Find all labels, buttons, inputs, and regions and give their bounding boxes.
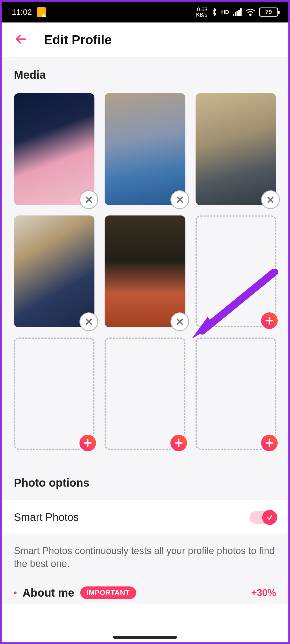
photo-slot-empty[interactable] <box>14 338 94 450</box>
svg-rect-4 <box>240 8 242 16</box>
battery-icon: 79 <box>259 7 278 17</box>
hd-icon: HD <box>221 9 229 15</box>
home-indicator[interactable] <box>113 636 177 639</box>
about-me-title: About me <box>22 586 74 599</box>
close-icon <box>175 317 184 326</box>
page-title: Edit Profile <box>44 32 112 47</box>
bluetooth-icon <box>211 7 218 17</box>
close-icon <box>266 195 275 204</box>
wifi-icon <box>246 8 255 16</box>
add-photo-button[interactable] <box>260 311 279 330</box>
boost-percent: +30% <box>251 587 276 598</box>
status-bar: 11:02 0.63 KB/s HD <box>2 2 288 22</box>
close-icon <box>175 195 184 204</box>
photo-slot-filled[interactable] <box>105 93 185 205</box>
svg-point-5 <box>250 14 251 16</box>
photo-options-heading: Photo options <box>2 466 288 500</box>
add-photo-button[interactable] <box>78 434 97 452</box>
photo-slot-empty[interactable] <box>105 338 185 450</box>
plus-icon <box>83 438 92 448</box>
photo-slot-filled[interactable] <box>105 215 185 328</box>
about-me-row[interactable]: About me IMPORTANT +30% <box>2 586 288 604</box>
photo-slot-empty[interactable] <box>196 215 276 328</box>
remove-photo-button[interactable] <box>170 312 189 331</box>
important-badge: IMPORTANT <box>80 586 136 599</box>
photo-slot-filled[interactable] <box>14 93 94 205</box>
notes-app-icon <box>37 7 46 17</box>
back-button[interactable] <box>15 33 28 47</box>
remove-photo-button[interactable] <box>261 190 280 209</box>
check-icon <box>262 510 277 525</box>
signal-icon <box>233 8 242 16</box>
photo-slot-filled[interactable] <box>196 93 276 205</box>
smart-photos-toggle[interactable] <box>249 511 276 524</box>
bullet-icon <box>14 592 17 594</box>
photo-slot-empty[interactable] <box>196 338 276 450</box>
svg-rect-0 <box>233 14 234 16</box>
media-grid <box>2 93 288 466</box>
plus-icon <box>265 316 274 325</box>
remove-photo-button[interactable] <box>79 190 98 209</box>
network-speed: 0.63 KB/s <box>196 7 207 17</box>
plus-icon <box>174 438 183 448</box>
close-icon <box>85 317 93 326</box>
smart-photos-row[interactable]: Smart Photos <box>2 500 288 535</box>
remove-photo-button[interactable] <box>79 312 98 331</box>
svg-rect-3 <box>238 10 240 16</box>
svg-rect-2 <box>236 11 238 16</box>
remove-photo-button[interactable] <box>170 190 189 209</box>
status-time: 11:02 <box>12 7 32 17</box>
app-header: Edit Profile <box>2 22 288 57</box>
media-heading: Media <box>14 69 276 81</box>
svg-rect-1 <box>235 12 236 16</box>
add-photo-button[interactable] <box>169 434 188 452</box>
add-photo-button[interactable] <box>260 434 279 452</box>
plus-icon <box>265 438 274 448</box>
close-icon <box>85 195 93 204</box>
smart-photos-label: Smart Photos <box>14 511 79 523</box>
photo-slot-filled[interactable] <box>14 215 94 328</box>
smart-photos-tip: Smart Photos continuously tests all your… <box>2 535 288 586</box>
